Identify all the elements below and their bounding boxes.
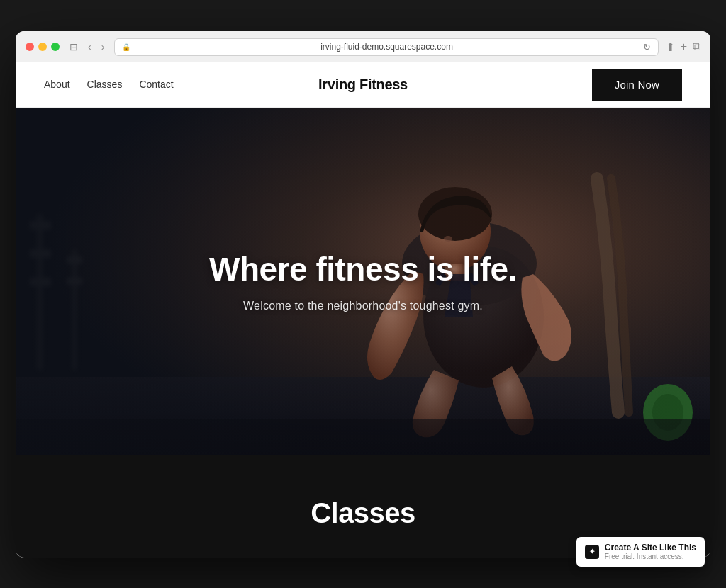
nav-cta: Join Now [469, 69, 682, 101]
hero-subtitle: Welcome to the neighborhood's toughest g… [150, 300, 576, 312]
site-brand: Irving Fitness [257, 77, 469, 93]
tabs-icon[interactable]: ⧉ [693, 40, 700, 53]
minimize-button[interactable] [38, 43, 47, 51]
forward-button[interactable]: › [99, 40, 108, 54]
squarespace-badge[interactable]: ✦ Create A Site Like This Free trial. In… [576, 537, 705, 567]
badge-text: Create A Site Like This Free trial. Inst… [605, 543, 696, 561]
browser-chrome: ⊟ ‹ › 🔒 irving-fluid-demo.squarespace.co… [16, 31, 710, 62]
close-button[interactable] [26, 43, 34, 51]
navigation: About Classes Contact Irving Fitness Joi… [16, 62, 710, 108]
squarespace-icon: ✦ [585, 545, 599, 559]
hero-title: Where fitness is life. [150, 250, 576, 288]
join-now-button[interactable]: Join Now [592, 69, 682, 101]
share-icon[interactable]: ⬆ [666, 40, 675, 54]
hero-content: Where fitness is life. Welcome to the ne… [150, 250, 576, 312]
nav-link-about[interactable]: About [44, 79, 70, 90]
hero-section: Where fitness is life. Welcome to the ne… [16, 108, 710, 455]
maximize-button[interactable] [51, 43, 60, 51]
nav-link-contact[interactable]: Contact [139, 79, 173, 90]
nav-link-classes[interactable]: Classes [87, 79, 123, 90]
traffic-lights [26, 43, 60, 51]
url-text: irving-fluid-demo.squarespace.com [135, 42, 638, 52]
reload-icon[interactable]: ↻ [643, 42, 651, 52]
browser-window: ⊟ ‹ › 🔒 irving-fluid-demo.squarespace.co… [16, 31, 710, 558]
badge-sub-text: Free trial. Instant access. [605, 553, 696, 561]
lock-icon: 🔒 [122, 43, 130, 51]
browser-controls: ⊟ ‹ › [67, 40, 107, 54]
address-bar[interactable]: 🔒 irving-fluid-demo.squarespace.com ↻ [114, 38, 658, 56]
nav-links: About Classes Contact [44, 79, 257, 90]
back-button[interactable]: ‹ [85, 40, 94, 54]
website-content: About Classes Contact Irving Fitness Joi… [16, 62, 710, 558]
classes-heading: Classes [44, 497, 682, 529]
badge-main-text: Create A Site Like This [605, 543, 696, 553]
browser-actions: ⬆ + ⧉ [666, 40, 700, 54]
new-tab-icon[interactable]: + [681, 40, 687, 53]
window-menu-icon[interactable]: ⊟ [67, 40, 81, 54]
